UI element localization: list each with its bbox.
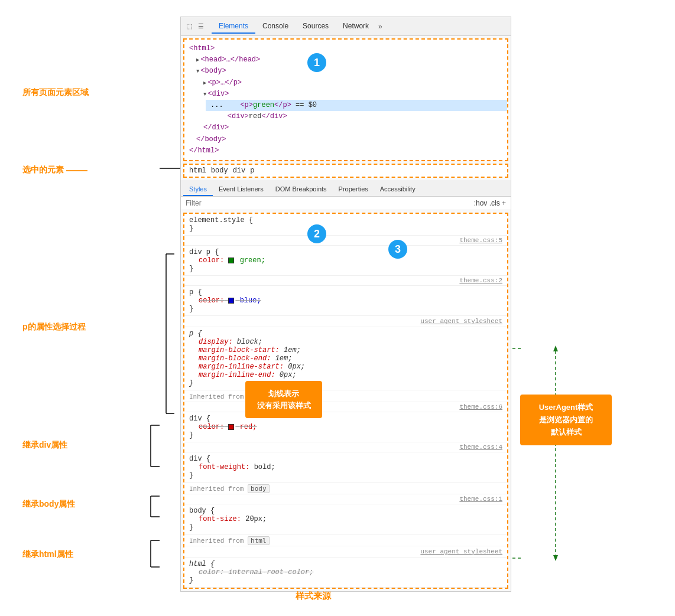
style-block-body: theme.css:1 body { font-size: 20px; } bbox=[184, 494, 507, 534]
style-prop-font-weight: font-weight: bold; bbox=[189, 463, 502, 471]
style-selector-body: body { bbox=[189, 507, 502, 515]
filter-bar: :hov .cls + bbox=[181, 197, 511, 210]
annotation-all-elements: 所有页面元素区域 bbox=[22, 87, 89, 98]
style-prop-color-html: color: internal-root-color; bbox=[189, 568, 502, 576]
callout-useragent-text: UserAgent样式是浏览器内置的默认样式 bbox=[539, 403, 593, 436]
style-prop-color-blue: color: blue; bbox=[189, 296, 502, 305]
inspect-icon[interactable]: ☰ bbox=[196, 22, 206, 31]
source-div-red[interactable]: theme.css:6 bbox=[184, 402, 507, 412]
svg-marker-24 bbox=[553, 555, 558, 561]
style-selector-html: html { bbox=[189, 560, 502, 568]
callout-strikethrough: 划线表示没有采用该样式 bbox=[245, 381, 322, 418]
source-div-bold[interactable]: theme.css:4 bbox=[184, 442, 507, 452]
dom-p-green[interactable]: ... <p>green</p> == $0 bbox=[189, 100, 502, 111]
style-block-element: element.style { } bbox=[184, 214, 507, 236]
callout-strikethrough-text: 划线表示没有采用该样式 bbox=[257, 389, 311, 410]
style-closing-div-red: } bbox=[189, 431, 502, 439]
dom-head: ▶<head>…</head> bbox=[189, 54, 502, 66]
style-block-p-ua: user agent stylesheet p { display: block… bbox=[184, 316, 507, 390]
style-block-body-inner: body { font-size: 20px; } bbox=[184, 504, 507, 534]
dom-p-collapsed: ▶<p>…</p> bbox=[189, 77, 502, 89]
callout-useragent: UserAgent样式是浏览器内置的默认样式 bbox=[520, 395, 612, 445]
badge-1: 1 bbox=[307, 53, 326, 72]
source-p-blue[interactable]: theme.css:2 bbox=[184, 276, 507, 286]
inherited-from-html-label: Inherited from html bbox=[184, 534, 507, 546]
style-prop-mbs: margin-block-start: 1em; bbox=[189, 346, 502, 354]
style-block-divp-inner: div p { color: green; } bbox=[184, 246, 507, 276]
styles-panel: element.style { } theme.css:5 div p { co… bbox=[183, 213, 508, 589]
breadcrumb: html body div p bbox=[183, 164, 508, 178]
dom-html: <html> bbox=[189, 43, 502, 54]
style-closing-p-ua: } bbox=[189, 379, 502, 387]
dom-div-open: ▼<div> bbox=[189, 89, 502, 100]
style-block-div-bold-inner: div { font-weight: bold; } bbox=[184, 452, 507, 483]
annotation-inherit-div: 继承div属性 bbox=[22, 440, 67, 451]
tab-console[interactable]: Console bbox=[255, 19, 296, 34]
style-selector-divp: div p { bbox=[189, 248, 502, 256]
dom-html-close: </html> bbox=[189, 145, 502, 157]
tab-event-listeners[interactable]: Event Listeners bbox=[213, 183, 270, 196]
annotation-p-selector: p的属性选择过程 bbox=[22, 322, 86, 333]
tab-sources[interactable]: Sources bbox=[296, 19, 336, 34]
style-block-p-blue-inner: p { color: blue; } bbox=[184, 286, 507, 316]
filter-input[interactable] bbox=[186, 199, 469, 207]
source-divp[interactable]: theme.css:5 bbox=[184, 236, 507, 246]
toolbar-icons: ⬚ ☰ bbox=[184, 22, 206, 31]
tab-more[interactable]: » bbox=[378, 22, 382, 31]
breadcrumb-div[interactable]: div bbox=[233, 167, 246, 175]
style-closing-div-bold: } bbox=[189, 471, 502, 480]
annotation-style-source: 样式来源 bbox=[296, 591, 331, 602]
breadcrumb-p[interactable]: p bbox=[250, 167, 254, 175]
tab-accessibility[interactable]: Accessibility bbox=[374, 183, 421, 196]
style-selector-div-bold: div { bbox=[189, 455, 502, 463]
color-swatch-green bbox=[228, 258, 234, 263]
tab-elements[interactable]: Elements bbox=[212, 19, 255, 34]
style-block-div-bold: theme.css:4 div { font-weight: bold; } bbox=[184, 442, 507, 483]
dom-body-close: </body> bbox=[189, 134, 502, 145]
inherited-from-div-label: Inherited from div bbox=[184, 390, 507, 402]
style-prop-mbe: margin-block-end: 1em; bbox=[189, 354, 502, 363]
dom-tree: <html> ▶<head>…</head> ▼<body> ▶<p>…</p>… bbox=[183, 38, 508, 161]
annotation-selected-element: 选中的元素 —— bbox=[22, 164, 87, 177]
style-block-p-ua-inner: p { display: block; margin-block-start: … bbox=[184, 327, 507, 390]
tab-properties[interactable]: Properties bbox=[333, 183, 374, 196]
filter-pseudo-buttons[interactable]: :hov .cls + bbox=[474, 199, 506, 207]
style-block-div-red-inner: div { color: red; } bbox=[184, 412, 507, 442]
style-prop-color-green: color: green; bbox=[189, 256, 502, 265]
source-p-ua[interactable]: user agent stylesheet bbox=[184, 316, 507, 327]
source-html-ua[interactable]: user agent stylesheet bbox=[184, 546, 507, 558]
style-prop-display: display: block; bbox=[189, 338, 502, 346]
main-tab-bar: ⬚ ☰ Elements Console Sources Network » bbox=[181, 17, 511, 36]
style-block-p-blue: theme.css:2 p { color: blue; } bbox=[184, 276, 507, 316]
cursor-icon[interactable]: ⬚ bbox=[184, 22, 194, 31]
color-swatch-blue bbox=[228, 298, 234, 304]
source-body[interactable]: theme.css:1 bbox=[184, 494, 507, 504]
badge-3: 3 bbox=[388, 240, 407, 259]
inherited-tag-html: html bbox=[248, 536, 270, 545]
dom-body-open: ▼<body> bbox=[189, 66, 502, 77]
style-prop-mis: margin-inline-start: 0px; bbox=[189, 363, 502, 371]
badge-2: 2 bbox=[307, 224, 326, 243]
tab-dom-breakpoints[interactable]: DOM Breakpoints bbox=[270, 183, 333, 196]
breadcrumb-body[interactable]: body bbox=[211, 167, 228, 175]
style-selector-p-blue: p { bbox=[189, 288, 502, 296]
annotation-inherit-html: 继承html属性 bbox=[22, 549, 73, 560]
style-selector-div-red: div { bbox=[189, 415, 502, 423]
style-closing-element: } bbox=[189, 224, 502, 233]
svg-marker-26 bbox=[553, 346, 558, 351]
style-prop-color-red: color: red; bbox=[189, 423, 502, 431]
style-closing-body: } bbox=[189, 523, 502, 532]
dom-div-red: <div>red</div> bbox=[189, 111, 502, 122]
dom-div-close: </div> bbox=[189, 122, 502, 133]
style-closing-divp: } bbox=[189, 265, 502, 273]
tab-styles[interactable]: Styles bbox=[183, 183, 213, 196]
tab-network[interactable]: Network bbox=[336, 19, 376, 34]
annotation-inherit-body: 继承body属性 bbox=[22, 499, 75, 510]
color-swatch-red bbox=[228, 424, 234, 430]
style-prop-mie: margin-inline-end: 0px; bbox=[189, 371, 502, 379]
style-block-html: user agent stylesheet html { color: inte… bbox=[184, 546, 507, 588]
breadcrumb-html[interactable]: html bbox=[189, 167, 206, 175]
devtools-panel: ⬚ ☰ Elements Console Sources Network » <… bbox=[180, 17, 511, 592]
sub-tab-bar: Styles Event Listeners DOM Breakpoints P… bbox=[181, 180, 511, 197]
inherited-from-body-label: Inherited from body bbox=[184, 483, 507, 494]
